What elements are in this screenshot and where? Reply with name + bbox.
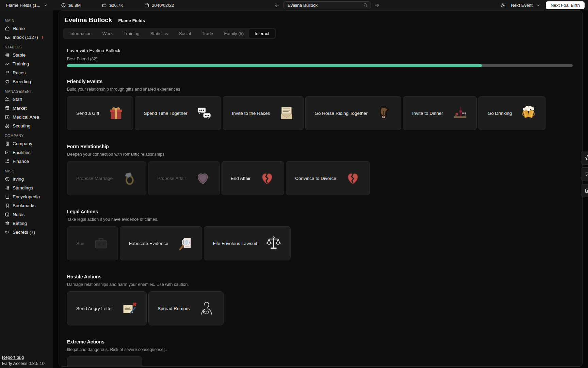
hostile-actions-cards: Send Angry Letter Spread Rumors xyxy=(67,291,572,325)
report-bug-link[interactable]: Report bug xyxy=(2,355,45,360)
section-title: Legal Actions xyxy=(67,209,572,214)
sidebar-section-misc: MISC Irving Standings Encyclopedia Bookm… xyxy=(5,169,53,236)
home-icon xyxy=(5,26,10,31)
page-title: Evelina Bullock xyxy=(64,16,112,24)
action-label: Invite to the Races xyxy=(232,111,270,116)
side-rail xyxy=(581,151,588,197)
arrow-left-icon xyxy=(274,2,280,8)
sidebar-item-irving[interactable]: Irving xyxy=(5,174,53,183)
sidebar-item-medical-area[interactable]: Medical Area xyxy=(5,112,53,121)
search-icon xyxy=(363,3,368,7)
sidebar-item-training[interactable]: Training xyxy=(5,59,53,68)
tab-family[interactable]: Family (5) xyxy=(219,29,249,38)
sidebar-item-scouting[interactable]: Scouting xyxy=(5,121,53,130)
back-arrow-button[interactable] xyxy=(274,2,280,8)
section-legal-actions: Legal Actions Take legal action if you h… xyxy=(67,209,572,260)
invite-to-dinner-button[interactable]: Invite to Dinner xyxy=(403,96,477,130)
arrange-murder-button[interactable]: Arrange Murder xyxy=(67,356,142,367)
search-cluster xyxy=(274,0,380,10)
stable-selector[interactable]: Flame Fields (1... xyxy=(6,3,52,8)
section-title: Form Relationship xyxy=(67,144,572,149)
section-title: Extreme Actions xyxy=(67,339,572,344)
next-event-dropdown[interactable]: Next Event xyxy=(511,3,540,8)
arrow-right-icon xyxy=(374,2,380,8)
sidebar-section-title: MISC xyxy=(5,169,53,173)
sidebar-item-inbox[interactable]: Inbox (1127) ! xyxy=(5,33,53,42)
users-icon xyxy=(5,97,10,102)
action-label: Send a Gift xyxy=(76,111,99,116)
sidebar-item-stable[interactable]: Stable xyxy=(5,50,53,59)
interact-content: Lover with Evelina Bullock Best Friend (… xyxy=(59,39,582,367)
action-label: Spread Rumors xyxy=(158,306,190,311)
fabricate-evidence-button[interactable]: Fabricate Evidence xyxy=(120,226,202,260)
bookmark-rail-button[interactable] xyxy=(581,167,588,181)
sidebar-item-label: Medical Area xyxy=(13,114,39,120)
tab-work[interactable]: Work xyxy=(97,29,118,38)
convince-to-divorce-button[interactable]: Convince to Divorce xyxy=(286,161,370,195)
sidebar-item-label: Secrets (7) xyxy=(13,230,35,235)
sidebar-item-home[interactable]: Home xyxy=(5,24,53,33)
tab-interact[interactable]: Interact xyxy=(249,29,275,38)
end-affair-button[interactable]: End Affair xyxy=(222,161,284,195)
action-label: Invite to Dinner xyxy=(412,111,443,116)
briefcase-icon xyxy=(93,235,109,251)
invite-to-races-button[interactable]: Invite to the Races xyxy=(223,96,304,130)
person-circle-icon xyxy=(5,177,10,182)
relationship-level: Best Friend (82) xyxy=(67,57,572,61)
propose-marriage-button[interactable]: Propose Marriage xyxy=(67,161,146,195)
sidebar-item-bookmarks[interactable]: Bookmarks xyxy=(5,201,53,210)
sidebar-item-staff[interactable]: Staff xyxy=(5,95,53,104)
notes-rail-button[interactable] xyxy=(581,184,588,197)
sidebar-item-label: Scouting xyxy=(13,123,31,128)
sidebar-item-label: Encyclopedia xyxy=(13,194,40,199)
sidebar-item-finance[interactable]: Finance xyxy=(5,157,53,166)
forward-arrow-button[interactable] xyxy=(374,2,380,8)
search-box xyxy=(283,1,371,9)
sidebar-section-title: STABLES xyxy=(5,45,53,49)
tab-training[interactable]: Training xyxy=(118,29,145,38)
sue-button[interactable]: Sue xyxy=(67,226,118,260)
chevron-down-icon xyxy=(536,3,540,7)
sidebar-section-main: MAIN Home Inbox (1127) ! xyxy=(5,18,53,42)
sidebar-item-standings[interactable]: Standings xyxy=(5,183,53,192)
go-horse-riding-button[interactable]: Go Horse Riding Together xyxy=(305,96,401,130)
game-date-value: 2040/02/22 xyxy=(152,3,174,8)
sidebar-item-company[interactable]: Company xyxy=(5,139,53,148)
flag-banner-icon xyxy=(585,171,588,177)
send-angry-letter-button[interactable]: Send Angry Letter xyxy=(67,291,147,325)
go-drinking-button[interactable]: Go Drinking xyxy=(478,96,545,130)
send-gift-button[interactable]: Send a Gift xyxy=(67,96,133,130)
panel-header: Evelina Bullock Flame Fields xyxy=(59,11,582,24)
sidebar-item-betting[interactable]: Betting xyxy=(5,219,53,228)
tab-statistics[interactable]: Statistics xyxy=(145,29,174,38)
relationship-block: Lover with Evelina Bullock Best Friend (… xyxy=(67,48,572,67)
sidebar-item-facilities[interactable]: Facilities xyxy=(5,148,53,157)
spread-rumors-button[interactable]: Spread Rumors xyxy=(148,291,224,325)
sidebar-item-breeding[interactable]: Breeding xyxy=(5,77,53,86)
search-input[interactable] xyxy=(288,3,363,8)
sidebar-item-label: Irving xyxy=(13,177,24,182)
settings-button[interactable] xyxy=(500,3,505,8)
propose-affair-button[interactable]: Propose Affair xyxy=(148,161,220,195)
sidebar-section-stables: STABLES Stable Training Races Breeding xyxy=(5,45,53,86)
sidebar-item-label: Races xyxy=(13,70,26,75)
sidebar-item-secrets[interactable]: Secrets (7) xyxy=(5,228,53,236)
main-panel: Evelina Bullock Flame Fields Information… xyxy=(59,10,583,367)
file-frivolous-lawsuit-button[interactable]: File Frivolous Lawsuit xyxy=(204,226,291,260)
spend-time-together-button[interactable]: Spend Time Together xyxy=(135,96,221,130)
whisper-icon xyxy=(199,301,214,316)
next-foal-birth-button[interactable]: Next Foal Birth xyxy=(546,1,585,9)
action-label: File Frivolous Lawsuit xyxy=(213,241,257,246)
sidebar-item-races[interactable]: Races xyxy=(5,68,53,77)
sidebar-item-encyclopedia[interactable]: Encyclopedia xyxy=(5,192,53,201)
sidebar-item-market[interactable]: Market xyxy=(5,104,53,112)
sidebar-item-notes[interactable]: Notes xyxy=(5,210,53,219)
tab-trade[interactable]: Trade xyxy=(196,29,218,38)
legal-actions-cards: Sue Fabricate Evidence File Frivolous La… xyxy=(67,226,572,260)
favorites-rail-button[interactable] xyxy=(581,151,588,165)
tab-information[interactable]: Information xyxy=(64,29,97,38)
ring-icon xyxy=(121,170,137,186)
section-friendly-events: Friendly Events Build your relationship … xyxy=(67,79,572,130)
sidebar-item-label: Betting xyxy=(13,221,27,226)
tab-social[interactable]: Social xyxy=(174,29,196,38)
